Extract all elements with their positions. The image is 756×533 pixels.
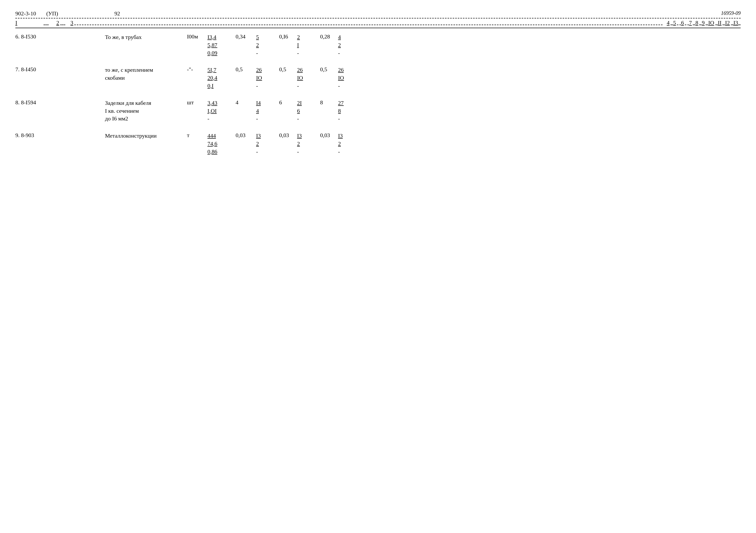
col7-values: I32- bbox=[256, 132, 279, 155]
page-number: 92 bbox=[115, 10, 120, 17]
row-num-code: 7. 8-I450 bbox=[15, 66, 43, 73]
col-header-5: 5 bbox=[673, 19, 676, 26]
col8-value: 6 bbox=[279, 99, 297, 106]
col5-values: 3,43I,OI- bbox=[207, 99, 236, 123]
col8-value: 0,5 bbox=[279, 66, 297, 73]
row-unit: I00м bbox=[187, 33, 207, 40]
row-description: Металлоконструкции bbox=[105, 132, 187, 140]
col11-values: 26IO- bbox=[338, 66, 359, 90]
row-description: то же, с креплениемскобами bbox=[105, 66, 187, 82]
doc-number: 902-3-10 bbox=[15, 10, 36, 17]
col6-value: 0,03 bbox=[236, 132, 256, 139]
col7-values: I44- bbox=[256, 99, 279, 123]
col-header-8: 8 bbox=[695, 19, 698, 26]
col9-values: 26IO- bbox=[297, 66, 320, 90]
row-num-code: 8. 8-I594 bbox=[15, 99, 43, 106]
col5-values: I3,45,870,09 bbox=[207, 33, 236, 57]
col10-value: 8 bbox=[320, 99, 338, 106]
table-row: 8. 8-I594Заделки для кабеляI кв. сечение… bbox=[15, 99, 741, 123]
stamp: 16959-09 bbox=[721, 10, 741, 16]
doc-type: (УП) bbox=[46, 10, 58, 17]
col-header-I2: I2 bbox=[725, 19, 730, 26]
col9-values: 2I- bbox=[297, 33, 320, 57]
col-header-9: 9 bbox=[702, 19, 705, 26]
col6-value: 0,34 bbox=[236, 33, 256, 40]
data-table: 6. 8-I530То же, в трубахI00мI3,45,870,09… bbox=[15, 33, 741, 156]
col8-value: 0,I6 bbox=[279, 33, 297, 40]
col11-values: 42- bbox=[338, 33, 359, 57]
column-headers-row: I 2 3 4 5 6 7 8 9 IO II I2 I3 bbox=[15, 19, 741, 28]
col11-values: 278- bbox=[338, 99, 359, 123]
col7-values: 52- bbox=[256, 33, 279, 57]
col8-value: 0,03 bbox=[279, 132, 297, 139]
col10-value: 0,5 bbox=[320, 66, 338, 73]
col6-value: 0,5 bbox=[236, 66, 256, 73]
col-header-4: 4 bbox=[667, 19, 669, 26]
col-header-7: 7 bbox=[689, 19, 692, 26]
col11-values: I32- bbox=[338, 132, 359, 155]
col-header-6: 6 bbox=[681, 19, 684, 26]
col5-values: 44474,60,86 bbox=[207, 132, 236, 155]
row-unit: т bbox=[187, 132, 207, 139]
col6-value: 4 bbox=[236, 99, 256, 106]
col-header-2: 2 bbox=[56, 19, 59, 26]
row-description: Заделки для кабеляI кв. сечениемдо I6 мм… bbox=[105, 99, 187, 123]
col-header-II: II bbox=[718, 19, 722, 26]
col10-value: 0,28 bbox=[320, 33, 338, 40]
table-row: 9. 8-903Металлоконструкциит44474,60,860,… bbox=[15, 132, 741, 155]
col-header-1: I bbox=[15, 19, 43, 26]
table-row: 7. 8-I450то же, с креплениемскобами-"-5I… bbox=[15, 66, 741, 90]
row-unit: шт bbox=[187, 99, 207, 106]
header-dashed-line bbox=[15, 18, 741, 18]
col-header-I3: I3 bbox=[734, 19, 738, 26]
table-row: 6. 8-I530То же, в трубахI00мI3,45,870,09… bbox=[15, 33, 741, 57]
col7-values: 26IO- bbox=[256, 66, 279, 90]
row-description: То же, в трубах bbox=[105, 33, 187, 41]
row-num-code: 9. 8-903 bbox=[15, 132, 43, 139]
col9-values: 2I6- bbox=[297, 99, 320, 123]
col-header-3: 3 bbox=[70, 19, 73, 26]
col9-values: I32- bbox=[297, 132, 320, 155]
row-num-code: 6. 8-I530 bbox=[15, 33, 43, 40]
col5-values: 5I,720,40,I bbox=[207, 66, 236, 90]
row-unit: -"- bbox=[187, 66, 207, 73]
col-header-IO: IO bbox=[708, 19, 714, 26]
header-row: 902-3-10 (УП) 92 16959-09 bbox=[15, 10, 741, 17]
col10-value: 0,03 bbox=[320, 132, 338, 139]
